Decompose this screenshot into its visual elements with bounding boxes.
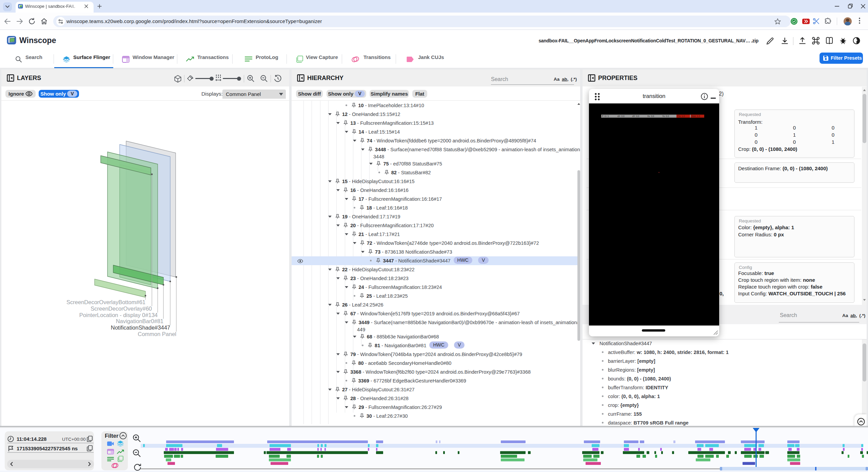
svg-text:NavigationBar0#81: NavigationBar0#81 [116, 318, 163, 324]
svg-text:PointerLocation - display 0#13: PointerLocation - display 0#134 [79, 312, 158, 318]
svg-text:ScreenDecorOverlay#60: ScreenDecorOverlay#60 [91, 306, 152, 312]
svg-text:ScreenDecorOverlayBottom#61: ScreenDecorOverlayBottom#61 [66, 299, 145, 305]
svg-text:Common Panel: Common Panel [138, 331, 176, 337]
svg-text:NotificationShade#3447: NotificationShade#3447 [111, 324, 170, 331]
